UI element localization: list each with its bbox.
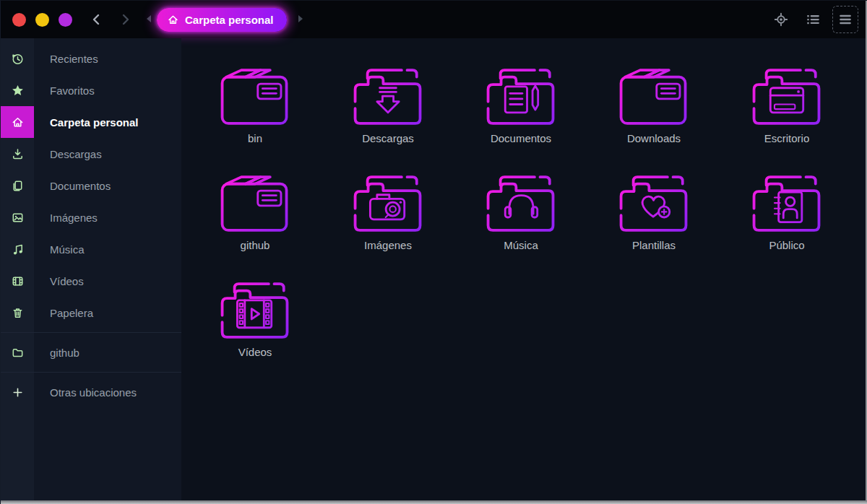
- minimize-button[interactable]: [35, 13, 49, 27]
- sidebar-item-otras-ubicaciones[interactable]: Otras ubicaciones: [1, 376, 181, 408]
- folder-label: github: [241, 239, 270, 251]
- folder-label: Descargas: [362, 132, 414, 144]
- folder-tag-icon: [217, 173, 293, 236]
- sidebar-item-label: Otras ubicaciones: [50, 386, 137, 399]
- folder-label: Plantillas: [632, 239, 676, 251]
- folder-item-documentos[interactable]: Documentos: [454, 66, 587, 144]
- folder-label: Downloads: [627, 132, 681, 144]
- documents-icon: [11, 179, 25, 193]
- sidebar-item-label: Música: [50, 243, 85, 256]
- window-edge-bottom: [1, 500, 867, 504]
- recent-icon: [11, 52, 25, 66]
- sidebar-item-papelera[interactable]: Papelera: [1, 297, 181, 329]
- folder-label: Escritorio: [764, 132, 810, 144]
- folder-desktop-icon: [749, 66, 825, 129]
- film-icon: [11, 274, 25, 288]
- folder-item-escritorio[interactable]: Escritorio: [720, 66, 853, 144]
- folder-grid: bin Descargas: [189, 66, 867, 358]
- sidebar-item-label: Favoritos: [50, 84, 95, 97]
- sidebar-item-label: github: [50, 347, 79, 359]
- sidebar-item-label: Recientes: [50, 53, 98, 65]
- plus-icon: [12, 386, 24, 399]
- folder-label: Vídeos: [238, 346, 272, 358]
- folder-camera-icon: [350, 173, 426, 236]
- sidebar-item-label: Carpeta personal: [50, 116, 139, 129]
- breadcrumb-right-icon[interactable]: [297, 13, 304, 26]
- locate-icon: [773, 12, 789, 27]
- breadcrumb-left-icon[interactable]: [145, 13, 152, 26]
- home-icon: [167, 14, 179, 26]
- breadcrumb-home-pill[interactable]: Carpeta personal: [157, 8, 287, 32]
- sidebar-item-github[interactable]: github: [1, 336, 181, 368]
- file-manager-window: Carpeta personal: [0, 0, 867, 504]
- sidebar-item-label: Imágenes: [50, 212, 98, 224]
- list-view-button[interactable]: [801, 7, 825, 32]
- sidebar-item-label: Documentos: [50, 180, 111, 192]
- image-icon: [11, 211, 25, 225]
- sidebar-item-label: Papelera: [50, 307, 93, 319]
- folder-item-bin[interactable]: bin: [189, 66, 322, 144]
- close-button[interactable]: [12, 13, 26, 27]
- sidebar-item-carpeta-personal[interactable]: Carpeta personal: [1, 106, 181, 138]
- folder-view: bin Descargas: [181, 38, 867, 501]
- hamburger-menu-icon: [837, 12, 853, 27]
- folder-item-imagenes[interactable]: Imágenes: [322, 173, 454, 251]
- folder-item-downloads[interactable]: Downloads: [587, 66, 720, 144]
- folder-tag-icon: [616, 66, 692, 129]
- download-icon: [11, 147, 25, 161]
- folder-download-icon: [350, 66, 426, 129]
- folder-film-icon: [217, 279, 293, 343]
- folder-label: Música: [504, 239, 538, 251]
- sidebar-separator: [1, 372, 181, 373]
- window-controls: [12, 13, 72, 27]
- breadcrumb-label: Carpeta personal: [185, 14, 274, 26]
- sidebar-item-label: Vídeos: [50, 275, 84, 287]
- back-icon: [90, 12, 102, 27]
- folder-label: Documentos: [491, 132, 551, 144]
- menu-button[interactable]: [832, 6, 858, 33]
- sidebar-item-documentos[interactable]: Documentos: [1, 170, 181, 201]
- folder-item-publico[interactable]: Público: [720, 173, 853, 251]
- sidebar-item-label: Descargas: [50, 148, 102, 160]
- folder-tag-icon: [217, 66, 293, 129]
- folder-documents-icon: [483, 66, 559, 129]
- list-view-icon: [805, 12, 821, 27]
- sidebar-separator: [1, 332, 181, 333]
- sidebar-item-descargas[interactable]: Descargas: [1, 138, 181, 170]
- folder-item-plantillas[interactable]: Plantillas: [587, 173, 720, 251]
- sidebar-item-recientes[interactable]: Recientes: [1, 43, 181, 74]
- forward-icon: [120, 12, 131, 27]
- folder-headphones-icon: [483, 173, 559, 236]
- sidebar-item-musica[interactable]: Música: [1, 233, 181, 265]
- sidebar-item-imagenes[interactable]: Imágenes: [1, 201, 181, 233]
- folder-icon: [11, 346, 25, 360]
- folder-item-videos[interactable]: Vídeos: [189, 279, 322, 358]
- folder-label: Público: [769, 239, 804, 251]
- folder-id-card-icon: [749, 173, 825, 236]
- star-icon: [11, 84, 25, 97]
- folder-heart-plus-icon: [616, 173, 692, 236]
- folder-item-descargas[interactable]: Descargas: [322, 66, 454, 144]
- maximize-button[interactable]: [59, 13, 72, 27]
- folder-label: bin: [248, 132, 262, 144]
- folder-item-github[interactable]: github: [189, 173, 322, 251]
- sidebar: Recientes Favoritos Carpeta personal Des…: [1, 38, 181, 501]
- trash-icon: [11, 306, 25, 320]
- sidebar-item-favoritos[interactable]: Favoritos: [1, 74, 181, 106]
- home-icon: [11, 116, 25, 129]
- folder-label: Imágenes: [364, 239, 412, 251]
- titlebar: Carpeta personal: [1, 1, 867, 38]
- back-button[interactable]: [87, 9, 105, 30]
- sidebar-item-videos[interactable]: Vídeos: [1, 265, 181, 297]
- locate-button[interactable]: [769, 7, 793, 32]
- forward-button[interactable]: [116, 9, 135, 30]
- music-icon: [11, 243, 25, 256]
- folder-item-musica[interactable]: Música: [454, 173, 587, 251]
